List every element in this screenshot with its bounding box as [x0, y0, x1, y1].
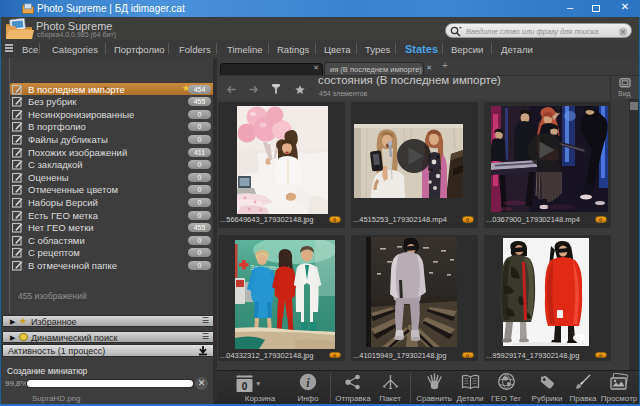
svg-text:0: 0 [242, 381, 248, 392]
